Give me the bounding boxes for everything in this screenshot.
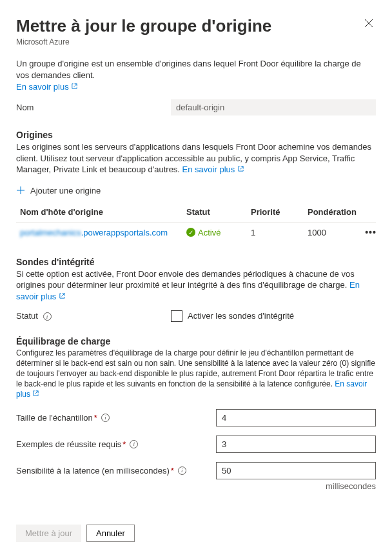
latency-unit: millisecondes: [16, 481, 376, 491]
external-link-icon: [71, 83, 78, 91]
col-priority: Priorité: [248, 207, 305, 217]
sample-size-label: Taille de l'échantillon* i: [16, 413, 216, 423]
close-icon: [364, 19, 373, 28]
cancel-button[interactable]: Annuler: [86, 525, 135, 542]
name-value: default-origin: [171, 99, 376, 115]
origins-desc: Les origines sont les serveurs d'applica…: [16, 141, 376, 175]
cell-priority: 1: [248, 228, 305, 237]
footer: Mettre à jour Annuler: [16, 516, 376, 551]
success-icon: ✓: [186, 228, 195, 237]
enable-probes-label: Activer les sondes d'intégrité: [188, 311, 294, 321]
origins-table: Nom d'hôte d'origine Statut Priorité Pon…: [16, 202, 376, 243]
intro-learn-more-link[interactable]: En savoir plus: [16, 82, 78, 92]
close-button[interactable]: [362, 16, 376, 32]
col-status: Statut: [186, 207, 248, 217]
enable-probes-checkbox[interactable]: [171, 310, 182, 322]
pane-title: Mettre à jour le groupe d'origine: [16, 16, 271, 36]
success-required-label: Exemples de réussite requis* i: [16, 439, 216, 449]
lb-desc: Configurez les paramètres d'équilibrage …: [16, 348, 376, 400]
table-row: portalmechanics.powerappsportals.com ✓ A…: [16, 222, 376, 243]
probe-status-label: Statut i: [16, 311, 171, 321]
info-icon[interactable]: i: [43, 312, 52, 321]
row-more-button[interactable]: •••: [365, 228, 376, 237]
origins-learn-more-link[interactable]: En savoir plus: [182, 165, 244, 174]
success-required-input[interactable]: [216, 436, 376, 453]
latency-label: Sensibilité à la latence (en millisecond…: [16, 466, 216, 476]
latency-input[interactable]: [216, 462, 376, 479]
update-button[interactable]: Mettre à jour: [16, 525, 81, 542]
col-host: Nom d'hôte d'origine: [20, 207, 186, 217]
plus-icon: [16, 186, 25, 195]
external-link-icon: [59, 292, 66, 302]
info-icon[interactable]: i: [101, 414, 110, 422]
info-icon[interactable]: i: [178, 466, 186, 475]
add-origin-button[interactable]: Ajouter une origine: [16, 186, 376, 195]
name-label: Nom: [16, 103, 171, 112]
status-badge: ✓ Activé: [186, 228, 248, 237]
sample-size-input[interactable]: [216, 409, 376, 426]
intro-desc: Un groupe d'origine est un ensemble d'or…: [16, 58, 376, 81]
info-icon[interactable]: i: [130, 440, 138, 448]
origins-heading: Origines: [16, 130, 376, 140]
table-header: Nom d'hôte d'origine Statut Priorité Pon…: [16, 202, 376, 222]
external-link-icon: [237, 165, 244, 175]
probes-desc: Si cette option est activée, Front Door …: [16, 268, 376, 303]
pane-subtitle: Microsoft Azure: [16, 37, 271, 46]
lb-heading: Équilibrage de charge: [16, 336, 376, 346]
probes-heading: Sondes d'intégrité: [16, 257, 376, 267]
cell-weight: 1000: [305, 228, 363, 237]
origin-host-link[interactable]: portalmechanics.powerappsportals.com: [20, 228, 168, 237]
external-link-icon: [32, 390, 39, 399]
col-weight: Pondération: [305, 207, 363, 217]
